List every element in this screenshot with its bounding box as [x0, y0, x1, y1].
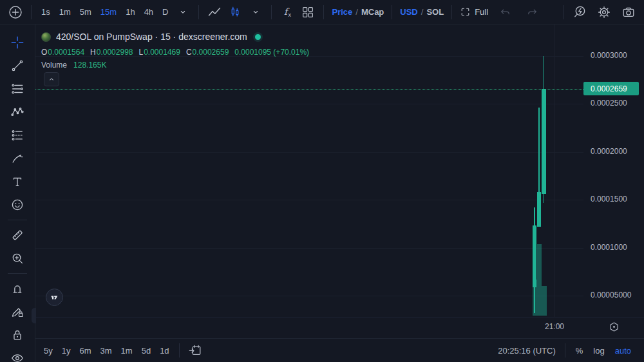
mcap-toggle[interactable]: MCap: [361, 7, 384, 17]
candlestick-style-button[interactable]: [227, 4, 243, 21]
tool-zoom-in[interactable]: [5, 247, 30, 270]
timeframe-1d[interactable]: D: [158, 4, 173, 21]
range-1m[interactable]: 1m: [117, 346, 137, 356]
fullscreen-button[interactable]: Full: [460, 6, 488, 17]
volume-row: Volume 128.165K: [41, 61, 309, 70]
padlock-icon: [10, 328, 24, 342]
legend-collapse-button[interactable]: [44, 72, 59, 86]
ohlc-row: O0.0001564 H0.0002998 L0.0001469 C0.0002…: [41, 48, 309, 57]
redo-arrow-icon: [526, 6, 538, 19]
open-value: 0.0001564: [48, 48, 84, 57]
divider: [271, 5, 272, 19]
chevron-down-icon: [177, 6, 189, 18]
style-dropdown-button[interactable]: [247, 4, 264, 21]
percent-scale-button[interactable]: %: [571, 346, 589, 356]
timeframe-1h[interactable]: 1h: [121, 4, 139, 21]
fullscreen-label: Full: [475, 7, 488, 17]
low-value: 0.0001469: [144, 48, 180, 57]
tool-emoji[interactable]: [5, 193, 30, 216]
volume-bar: [542, 286, 547, 316]
settings-button[interactable]: [596, 4, 612, 21]
axis-settings-button[interactable]: [608, 321, 620, 333]
camera-icon: [621, 5, 636, 19]
candle-body: [542, 89, 546, 194]
chevron-down-icon: [250, 6, 261, 18]
tool-fib-retracement[interactable]: [5, 77, 30, 100]
range-3m[interactable]: 3m: [96, 346, 117, 356]
dexscreener-chart-window: 1s 1m 5m 15m 1h 4h D: [0, 0, 644, 362]
usd-toggle[interactable]: USD: [400, 7, 417, 17]
ruler-icon: [10, 228, 24, 242]
range-5y[interactable]: 5y: [39, 346, 57, 356]
sidebar-collapse-tab[interactable]: [32, 308, 36, 323]
undo-arrow-icon: [499, 6, 512, 19]
chart-title[interactable]: 420/SOL on PumpSwap · 15 · dexscreener.c…: [56, 32, 247, 42]
tool-ruler[interactable]: [5, 224, 30, 247]
price-mcap-toggle: Price / MCap: [332, 7, 384, 17]
auto-scale-button[interactable]: auto: [610, 346, 636, 356]
log-scale-button[interactable]: log: [588, 346, 609, 356]
range-5d[interactable]: 5d: [137, 346, 155, 356]
tool-drawing-mode-lock[interactable]: [5, 300, 30, 323]
candlestick-icon: [228, 5, 242, 19]
calendar-arrow-icon: [188, 343, 202, 357]
tool-projection[interactable]: [5, 124, 30, 147]
tool-lock-all[interactable]: [5, 323, 30, 347]
volume-label: Volume: [41, 61, 67, 70]
quick-search-button[interactable]: [571, 4, 588, 21]
gridline: [35, 248, 583, 249]
indicators-button[interactable]: f x: [279, 4, 296, 21]
interval-dropdown-button[interactable]: [175, 4, 191, 21]
candle-body: [533, 225, 536, 287]
sol-toggle[interactable]: SOL: [426, 7, 444, 17]
quick-search-flash-icon: [573, 5, 587, 19]
line-chart-style-button[interactable]: [206, 4, 223, 21]
timeframe-15m[interactable]: 15m: [96, 4, 121, 21]
tool-hide-drawings[interactable]: [5, 347, 30, 362]
divider: [564, 5, 564, 19]
time-axis-label: 21:00: [545, 322, 564, 331]
go-to-date-button[interactable]: [187, 342, 204, 359]
toggle-separator: /: [421, 7, 424, 17]
tool-text[interactable]: [5, 170, 30, 193]
tradingview-logo[interactable]: [46, 289, 63, 306]
zoom-in-icon: [10, 251, 24, 265]
divider: [323, 5, 324, 19]
tool-brush[interactable]: [5, 147, 30, 170]
tool-crosshair[interactable]: [5, 31, 30, 54]
timeframe-4h[interactable]: 4h: [140, 4, 158, 21]
usd-sol-toggle: USD / SOL: [400, 7, 444, 17]
redo-button[interactable]: [524, 4, 540, 21]
magnet-icon: [10, 281, 24, 296]
divider: [392, 5, 392, 19]
fx-indicators-icon: f x: [279, 5, 295, 20]
snapshot-button[interactable]: [620, 4, 637, 21]
tool-magnet[interactable]: [5, 277, 30, 300]
timeframe-5m[interactable]: 5m: [75, 4, 96, 21]
tool-xabcd-pattern[interactable]: [5, 100, 30, 124]
price-axis-label: 0.0001500: [591, 195, 627, 204]
projection-icon: [10, 128, 24, 142]
undo-button[interactable]: [497, 4, 514, 21]
current-price-badge: 0.0002659: [583, 82, 639, 95]
timezone-clock[interactable]: 20:25:16 (UTC): [494, 346, 560, 356]
volume-value: 128.165K: [73, 61, 106, 70]
price-axis-label: 0.0003000: [591, 51, 627, 60]
chevron-up-icon: [47, 75, 56, 84]
layout-button[interactable]: [299, 4, 316, 21]
add-symbol-button[interactable]: [7, 4, 24, 21]
high-value: 0.0002998: [97, 48, 133, 57]
fib-retracement-icon: [10, 82, 24, 96]
tool-trend-line[interactable]: [5, 54, 30, 77]
gridline: [35, 296, 583, 296]
price-toggle[interactable]: Price: [332, 7, 352, 17]
line-chart-icon: [207, 5, 222, 20]
divider: [179, 343, 180, 357]
range-1y[interactable]: 1y: [57, 346, 75, 356]
svg-text:x: x: [289, 12, 292, 18]
timeframe-1s[interactable]: 1s: [37, 4, 55, 21]
high-label: H: [90, 48, 96, 57]
range-6m[interactable]: 6m: [75, 346, 95, 356]
range-1d[interactable]: 1d: [155, 346, 173, 356]
timeframe-1m[interactable]: 1m: [55, 4, 75, 21]
